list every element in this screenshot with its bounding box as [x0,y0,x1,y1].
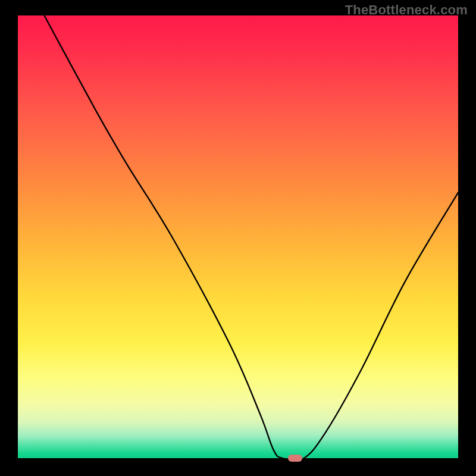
bottleneck-curve-path [44,15,458,461]
chart-container: TheBottleneck.com [0,0,476,476]
watermark-text: TheBottleneck.com [345,2,468,18]
plot-area [18,15,458,458]
optimum-marker [288,455,302,462]
curve-svg [18,15,458,458]
